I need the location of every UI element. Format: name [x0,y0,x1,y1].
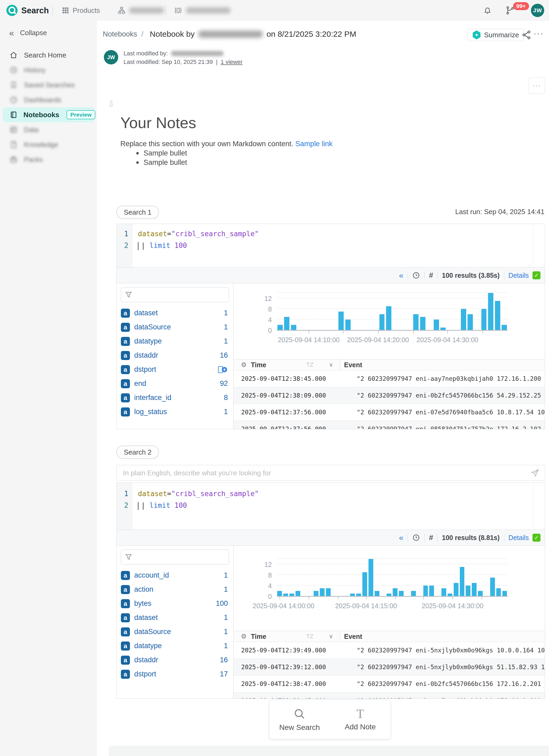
field-name[interactable]: interface_id [134,394,171,402]
event-row[interactable]: 2025-09-04T12:38:09.000"2 602320997947 e… [233,387,545,404]
editor-scrollbar[interactable] [533,483,545,530]
search2-details-link[interactable]: Details [509,534,529,542]
field-row-datatype[interactable]: adatatype1 [117,334,233,348]
field-row-bytes[interactable]: abytes100 [117,596,233,611]
event-row[interactable]: 2025-09-04T12:37:56.000"2 602320997947 e… [233,421,545,429]
workspace-switcher[interactable] [174,0,231,21]
products-menu[interactable]: Products [62,0,100,21]
sidebar-item-saved-searches[interactable]: Saved Searches [0,77,97,92]
notifications-button[interactable] [483,0,492,21]
timezone-label[interactable]: TZ [306,633,313,640]
time-column-header[interactable]: Time [251,633,266,640]
version-control-button[interactable] [505,0,515,21]
field-row-dstport[interactable]: adstport17 [117,667,233,681]
field-row-dstaddr[interactable]: adstaddr16 [117,348,233,362]
search1-details-link[interactable]: Details [509,272,529,279]
viewer-count-link[interactable]: 1 viewer [221,59,243,66]
event-row[interactable]: 2025-09-04T12:39:12.000"2 602320997947 e… [233,659,545,676]
chevron-down-icon[interactable]: ∨ [329,633,333,640]
status-success-checkbox[interactable]: ✓ [532,534,540,542]
breadcrumb-notebooks-link[interactable]: Notebooks [103,30,137,38]
field-name[interactable]: dstport [134,670,156,678]
field-row-datasource[interactable]: adataSource1 [117,320,233,334]
field-row-datatype[interactable]: adatatype1 [117,639,233,653]
table-settings-gear-icon[interactable]: ⚙ [241,361,247,369]
field-name[interactable]: dstaddr [134,656,158,664]
sidebar-item-data[interactable]: Data [0,122,97,137]
table-toggle-icon[interactable]: # [429,533,433,542]
table-settings-gear-icon[interactable]: ⚙ [241,633,247,640]
search2-pill[interactable]: Search 2 [116,446,159,459]
clock-icon[interactable] [412,534,420,542]
field-name[interactable]: dstaddr [134,351,158,359]
sidebar-collapse-button[interactable]: « Collapse [0,25,97,40]
new-search-button[interactable]: New Search [269,700,330,739]
field-name[interactable]: account_id [134,571,169,579]
user-avatar[interactable]: JW [531,4,544,17]
table-toggle-icon[interactable]: # [429,271,433,280]
fields-filter[interactable] [121,550,229,565]
field-row-datasource[interactable]: adataSource1 [117,625,233,639]
field-name[interactable]: log_status [134,408,167,416]
note-cell-more-button[interactable]: ··· [528,77,545,94]
sidebar-item-history[interactable]: History [0,63,97,77]
time-column-header[interactable]: Time [251,361,266,369]
insert-below-arrow-icon[interactable]: ⇩ [107,99,115,109]
fields-filter-input[interactable] [136,550,227,565]
fields-filter-input[interactable] [136,288,227,303]
fields-filter[interactable] [121,287,229,302]
search1-query-editor[interactable]: 1 2 dataset="cribl_search_sample" | limi… [117,224,545,267]
field-row-dstport[interactable]: adstport [117,362,233,377]
field-name[interactable]: dstport [134,365,156,374]
event-column-header[interactable]: Event [344,633,362,640]
breadcrumb: Notebooks / Notebook by on 8/21/2025 3:2… [103,28,356,40]
field-name[interactable]: dataSource [134,323,171,331]
field-name[interactable]: dataSource [134,628,171,636]
editor-scrollbar[interactable] [533,224,545,267]
field-row-dataset[interactable]: adataset1 [117,306,233,320]
sidebar-item-knowledge[interactable]: Knowledge [0,137,97,152]
field-name[interactable]: action [134,585,153,594]
field-row-dataset[interactable]: adataset1 [117,611,233,625]
search1-pill[interactable]: Search 1 [116,206,159,219]
more-options-icon[interactable]: ··· [534,29,544,38]
sidebar-item-dashboards[interactable]: Dashboards [0,92,97,107]
sidebar-item-notebooks[interactable]: NotebooksPreview [3,107,94,122]
field-name[interactable]: bytes [134,599,151,608]
field-row-interface-id[interactable]: ainterface_id8 [117,391,233,405]
field-row-action[interactable]: aaction1 [117,582,233,596]
sidebar-item-packs[interactable]: Packs [0,152,97,167]
event-row[interactable]: 2025-09-04T12:37:56.000"2 602320997947 e… [233,404,545,421]
search2-query-editor[interactable]: 1 2 dataset="cribl_search_sample" | limi… [117,483,545,530]
chevron-down-icon[interactable]: ∨ [329,361,333,368]
send-icon[interactable] [530,468,539,477]
collapse-results-icon[interactable]: « [399,271,404,280]
event-column-header[interactable]: Event [344,361,362,369]
add-note-button[interactable]: T Add Note [330,700,391,739]
field-name[interactable]: datatype [134,642,162,650]
field-row-dstaddr[interactable]: adstaddr16 [117,653,233,667]
field-row-account-id[interactable]: aaccount_id1 [117,568,233,582]
timezone-label[interactable]: TZ [306,361,313,368]
field-name[interactable]: dataset [134,614,158,622]
add-field-to-table-icon[interactable] [217,365,228,374]
event-row[interactable]: 2025-09-04T12:38:45.000"2 602320997947 e… [233,370,545,387]
field-name[interactable]: datatype [134,337,162,345]
event-row[interactable]: 2025-09-04T12:39:49.000"2 602320997947 e… [233,642,545,659]
collapse-results-icon[interactable]: « [399,533,404,542]
clock-icon[interactable] [412,271,420,279]
sample-link[interactable]: Sample link [295,140,333,148]
field-row-log-status[interactable]: alog_status1 [117,405,233,419]
status-success-checkbox[interactable]: ✓ [532,271,540,279]
summarize-button[interactable]: ✦ Summarize [467,29,524,41]
event-row[interactable]: 2025-09-04T12:38:45.000"2 602320997947 e… [233,692,545,698]
natural-language-input[interactable] [122,465,522,481]
field-name[interactable]: dataset [134,309,158,317]
org-switcher[interactable] [117,0,164,21]
event-row[interactable]: 2025-09-04T12:38:47.000"2 602320997947 e… [233,676,545,692]
sidebar-item-search-home[interactable]: Search Home [0,48,97,63]
share-icon[interactable] [522,30,532,40]
cribl-logo-icon[interactable] [6,5,18,16]
field-name[interactable]: end [134,379,146,388]
field-row-end[interactable]: aend92 [117,377,233,391]
